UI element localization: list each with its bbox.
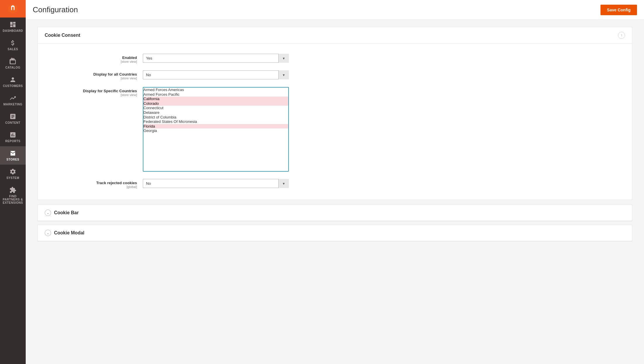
sidebar-item-marketing[interactable]: MARKETING <box>0 91 26 109</box>
cookie-consent-section: Cookie Consent ↑ Enabled [store view] Ye… <box>37 27 632 200</box>
enabled-sublabel: [store view] <box>38 60 137 63</box>
display-specific-sublabel: [store view] <box>38 93 137 97</box>
cookie-bar-title: Cookie Bar <box>54 210 79 215</box>
display-all-countries-row: Display for all Countries [store view] Y… <box>38 67 632 83</box>
magento-logo-icon <box>7 3 18 14</box>
sidebar-item-label: CATALOG <box>5 66 20 69</box>
sidebar-item-label: DASHBOARD <box>3 29 23 32</box>
marketing-icon <box>9 95 16 102</box>
stores-icon <box>9 150 16 157</box>
sidebar-item-label: MARKETING <box>3 103 22 106</box>
specific-countries-listbox[interactable]: Armed Forces AmericasArmed Forces Pacifi… <box>143 87 289 172</box>
sidebar-item-reports[interactable]: REPORTS <box>0 128 26 146</box>
display-all-select[interactable]: Yes No <box>143 70 289 79</box>
cookie-consent-title: Cookie Consent <box>45 33 80 38</box>
system-icon <box>9 168 16 175</box>
track-rejected-label: Track rejected cookies <box>38 181 137 185</box>
display-all-label: Display for all Countries <box>38 72 137 76</box>
save-config-button[interactable]: Save Config <box>600 5 637 15</box>
sidebar-item-dashboard[interactable]: DASHBOARD <box>0 18 26 36</box>
display-all-label-col: Display for all Countries [store view] <box>38 70 143 80</box>
cookie-bar-header[interactable]: ⌄ Cookie Bar <box>38 205 632 221</box>
cookie-consent-header[interactable]: Cookie Consent ↑ <box>38 27 632 44</box>
display-all-select-wrapper: Yes No ▼ <box>143 70 289 79</box>
sidebar-item-system[interactable]: SYSTEM <box>0 165 26 183</box>
sidebar-logo <box>0 0 26 18</box>
cookie-modal-header[interactable]: ⌄ Cookie Modal <box>38 225 632 241</box>
sidebar-item-stores[interactable]: STORES <box>0 146 26 165</box>
cookie-modal-chevron-icon: ⌄ <box>45 230 51 236</box>
track-rejected-select[interactable]: Yes No <box>143 179 289 188</box>
sidebar-item-label: CONTENT <box>5 121 20 124</box>
content-icon <box>9 113 16 120</box>
extensions-icon <box>9 187 16 194</box>
cookie-modal-section: ⌄ Cookie Modal <box>37 225 632 241</box>
cookie-consent-toggle[interactable]: ↑ <box>618 32 625 39</box>
display-specific-control: Armed Forces AmericasArmed Forces Pacifi… <box>143 87 289 172</box>
content-area: Cookie Consent ↑ Enabled [store view] Ye… <box>26 20 644 364</box>
sidebar-item-label: FIND PARTNERS & EXTENSIONS <box>1 195 25 204</box>
enabled-row: Enabled [store view] Yes No ▼ <box>38 51 632 66</box>
catalog-icon <box>9 58 16 65</box>
track-rejected-control: Yes No ▼ <box>143 179 289 188</box>
cookie-bar-section: ⌄ Cookie Bar <box>37 205 632 221</box>
page-title: Configuration <box>33 5 78 14</box>
display-all-control: Yes No ▼ <box>143 70 289 79</box>
sidebar-item-label: SALES <box>8 48 18 51</box>
sidebar-item-label: CUSTOMERS <box>3 84 23 88</box>
sidebar-item-content[interactable]: CONTENT <box>0 109 26 128</box>
sidebar-item-label: STORES <box>6 158 19 161</box>
enabled-label: Enabled <box>38 55 137 60</box>
cookie-bar-chevron-icon: ⌄ <box>45 210 51 216</box>
enabled-select[interactable]: Yes No <box>143 54 289 63</box>
sidebar-item-label: SYSTEM <box>6 176 19 180</box>
reports-icon <box>9 131 16 138</box>
track-rejected-row: Track rejected cookies [global] Yes No ▼ <box>38 176 632 191</box>
display-specific-countries-row: Display for Specific Countries [store vi… <box>38 84 632 175</box>
enabled-control: Yes No ▼ <box>143 54 289 63</box>
track-rejected-select-wrapper: Yes No ▼ <box>143 179 289 188</box>
cookie-modal-title: Cookie Modal <box>54 230 84 236</box>
main-content: Configuration Save Config Cookie Consent… <box>26 0 644 364</box>
page-header: Configuration Save Config <box>26 0 644 20</box>
sidebar-item-label: REPORTS <box>5 140 20 143</box>
display-all-sublabel: [store view] <box>38 76 137 80</box>
sales-icon <box>9 39 16 46</box>
enabled-select-wrapper: Yes No ▼ <box>143 54 289 63</box>
display-specific-label-col: Display for Specific Countries [store vi… <box>38 87 143 97</box>
sidebar-item-sales[interactable]: SALES <box>0 36 26 54</box>
sidebar-item-catalog[interactable]: CATALOG <box>0 54 26 73</box>
track-rejected-sublabel: [global] <box>38 185 137 189</box>
sidebar: DASHBOARD SALES CATALOG CUSTOMERS MARKET… <box>0 0 26 364</box>
sidebar-item-extensions[interactable]: FIND PARTNERS & EXTENSIONS <box>0 183 26 208</box>
display-specific-label: Display for Specific Countries <box>38 89 137 93</box>
customers-icon <box>9 76 16 83</box>
enabled-label-col: Enabled [store view] <box>38 54 143 63</box>
sidebar-item-customers[interactable]: CUSTOMERS <box>0 73 26 91</box>
cookie-consent-form: Enabled [store view] Yes No ▼ <box>38 44 632 200</box>
dashboard-icon <box>9 21 16 28</box>
track-rejected-label-col: Track rejected cookies [global] <box>38 179 143 189</box>
